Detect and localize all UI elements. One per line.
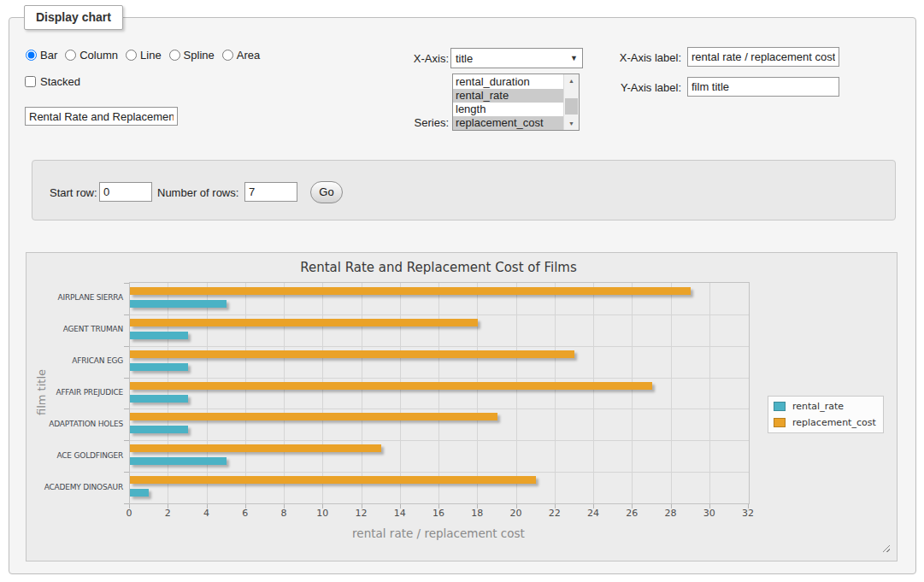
gridline [362, 283, 362, 503]
scroll-down-icon[interactable]: ▼ [564, 117, 579, 130]
chart-legend: rental_ratereplacement_cost [768, 396, 884, 433]
legend-item: rental_rate [774, 401, 876, 412]
chart-type-label: Area [237, 49, 260, 62]
chart-type-option-area[interactable]: Area [222, 49, 260, 62]
x-tick-label: 20 [499, 508, 533, 519]
bar [130, 444, 381, 452]
gridline [130, 378, 749, 379]
category-label: ADAPTATION HOLES [26, 420, 123, 428]
x-tick-label: 30 [692, 508, 727, 519]
gridline [516, 283, 517, 503]
chart-type-option-spline[interactable]: Spline [169, 49, 215, 62]
chart-type-radio-bar[interactable] [26, 50, 37, 61]
chart-type-option-column[interactable]: Column [65, 49, 118, 62]
go-button[interactable]: Go [310, 181, 343, 203]
category-label: ACE GOLDFINGER [26, 451, 123, 460]
chart-type-option-line[interactable]: Line [126, 49, 162, 62]
y-tick-mark [124, 409, 129, 409]
series-listbox[interactable]: rental_durationrental_ratelengthreplacem… [452, 73, 580, 131]
category-label: AFRICAN EGG [26, 356, 123, 365]
gridline [709, 283, 710, 503]
legend-swatch [774, 402, 786, 411]
gridline [245, 283, 246, 503]
x-tick-label: 2 [150, 508, 185, 519]
series-option[interactable]: replacement_cost [453, 116, 563, 130]
x-tick-label: 4 [190, 508, 224, 519]
resize-handle-icon[interactable] [881, 544, 890, 552]
x-tick-label: 10 [305, 508, 339, 519]
scrollbar-thumb[interactable] [565, 98, 578, 115]
stacked-checkbox[interactable] [25, 76, 36, 87]
bar [130, 426, 188, 433]
start-row-label: Start row: [50, 186, 97, 200]
y-tick-mark [124, 503, 129, 504]
gridline [130, 472, 749, 473]
y-axis-label-caption: Y-Axis label: [598, 81, 681, 95]
x-axis-label-caption: X-Axis label: [598, 51, 681, 65]
start-row-input[interactable] [99, 182, 152, 202]
bar [130, 363, 188, 371]
series-option[interactable]: rental_duration [453, 75, 563, 89]
chart-type-radio-spline[interactable] [169, 50, 180, 61]
gridline [593, 283, 594, 503]
chart-type-label: Spline [184, 49, 215, 62]
number-of-rows-input[interactable] [244, 182, 297, 202]
x-tick-label: 32 [731, 508, 765, 519]
gridline [168, 283, 168, 503]
x-tick-label: 26 [615, 508, 649, 519]
scrollbar-track[interactable] [564, 87, 579, 117]
chart-type-radio-line[interactable] [126, 50, 137, 61]
x-tick-label: 0 [112, 508, 146, 519]
chart-type-radio-area[interactable] [222, 50, 233, 61]
chart-type-label: Column [79, 49, 118, 62]
scroll-up-icon[interactable]: ▲ [564, 74, 579, 87]
bar [130, 350, 574, 358]
x-tick-label: 18 [460, 508, 494, 519]
y-tick-mark [124, 315, 129, 315]
y-tick-mark [124, 440, 129, 441]
row-controls-panel: Start row: Number of rows: Go [32, 160, 896, 220]
chart-panel: Rental Rate and Replacement Cost of Film… [26, 252, 898, 561]
bar [130, 332, 188, 339]
x-axis-title: rental rate / replacement cost [129, 526, 748, 540]
gridline [130, 440, 749, 441]
bar [130, 489, 149, 497]
bar [130, 300, 227, 308]
gridline [130, 409, 749, 409]
gridline [130, 346, 749, 347]
x-tick-label: 28 [654, 508, 688, 519]
chart-title: Rental Rate and Replacement Cost of Film… [129, 260, 748, 275]
x-tick-label: 12 [344, 508, 379, 519]
y-tick-mark [124, 378, 129, 379]
x-tick-label: 8 [267, 508, 301, 519]
series-option[interactable]: rental_rate [453, 89, 563, 103]
y-axis-label-input[interactable] [687, 77, 839, 97]
y-tick-mark [124, 472, 129, 473]
series-option[interactable]: length [453, 103, 563, 116]
chart-type-option-bar[interactable]: Bar [26, 49, 57, 62]
x-tick-label: 24 [576, 508, 610, 519]
fieldset-legend: Display chart [24, 5, 123, 30]
legend-label: rental_rate [792, 401, 844, 412]
x-axis-select[interactable]: title ▼ [450, 48, 583, 68]
y-tick-mark [124, 346, 129, 347]
gridline [477, 283, 478, 503]
x-axis-caption: X-Axis: [368, 52, 449, 66]
legend-swatch [774, 418, 786, 427]
stacked-row: Stacked [25, 74, 80, 88]
gridline [322, 283, 323, 503]
gridline [400, 283, 401, 503]
gridline [207, 283, 208, 503]
number-of-rows-label: Number of rows: [157, 186, 238, 200]
bar [130, 382, 652, 390]
gridline [438, 283, 439, 503]
series-scrollbar[interactable]: ▲ ▼ [563, 74, 579, 130]
gridline [632, 283, 633, 503]
bar [130, 476, 536, 484]
x-axis-label-input[interactable] [687, 47, 839, 67]
chart-type-radio-column[interactable] [65, 50, 76, 61]
series-caption: Series: [374, 116, 449, 130]
gridline [284, 283, 285, 503]
chart-title-input[interactable] [25, 107, 178, 126]
x-tick-label: 22 [538, 508, 572, 519]
